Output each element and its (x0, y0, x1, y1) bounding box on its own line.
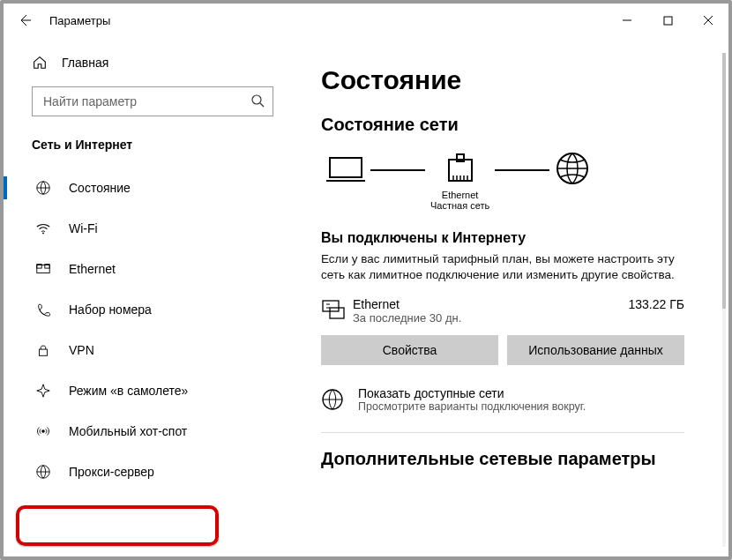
sidebar-item-ethernet[interactable]: Ethernet (4, 249, 302, 289)
sidebar-item-dialup[interactable]: Набор номера (4, 289, 302, 330)
vpn-icon (35, 342, 51, 358)
minimize-button[interactable] (607, 4, 647, 37)
status-description: Если у вас лимитный тарифный план, вы мо… (321, 251, 711, 283)
search-input[interactable] (32, 86, 273, 116)
data-usage-amount: 133.22 ГБ (629, 297, 684, 311)
sidebar-item-label: Ethernet (69, 262, 116, 276)
section-title: Состояние сети (321, 115, 711, 135)
home-label: Главная (62, 56, 108, 70)
sidebar-category: Сеть и Интернет (4, 129, 302, 168)
back-button[interactable] (12, 8, 37, 33)
sidebar-item-hotspot[interactable]: Мобильный хот-спот (4, 411, 302, 452)
sidebar-item-label: Прокси-сервер (69, 465, 154, 479)
sidebar-item-proxy[interactable]: Прокси-сервер (4, 452, 302, 492)
sidebar-item-label: Wi-Fi (69, 221, 98, 235)
svg-rect-0 (664, 17, 672, 25)
sidebar-item-label: VPN (69, 343, 94, 357)
svg-point-8 (41, 429, 45, 433)
divider (321, 432, 684, 433)
properties-button[interactable]: Свойства (321, 335, 498, 365)
sidebar-item-status[interactable]: Состояние (4, 168, 302, 208)
network-diagram: EthernetЧастная сеть (321, 151, 711, 214)
svg-rect-15 (330, 308, 344, 318)
sidebar-item-wifi[interactable]: Wi-Fi (4, 208, 302, 249)
svg-point-3 (42, 233, 44, 235)
link-description: Просмотрите варианты подключения вокруг. (358, 400, 586, 413)
wifi-icon (35, 220, 51, 236)
home-nav[interactable]: Главная (4, 46, 302, 79)
sidebar-item-label: Набор номера (69, 302, 152, 317)
usage-row: Ethernet За последние 30 дн. 133.22 ГБ (321, 297, 711, 325)
sidebar-item-label: Мобильный хот-спот (69, 424, 187, 438)
globe-icon (555, 151, 590, 186)
svg-rect-4 (37, 265, 49, 273)
sidebar-item-label: Состояние (69, 181, 131, 195)
show-networks-link[interactable]: Показать доступные сети Просмотрите вари… (321, 386, 711, 413)
globe-icon (35, 180, 51, 196)
close-button[interactable] (688, 4, 728, 37)
svg-rect-14 (323, 301, 339, 311)
home-icon (32, 55, 48, 71)
window-title: Параметры (49, 14, 110, 27)
network-adapter-icon (321, 297, 353, 322)
sidebar-item-airplane[interactable]: Режим «в самолете» (4, 370, 302, 411)
globe-icon (321, 388, 344, 411)
connection-period: За последние 30 дн. (353, 311, 629, 325)
svg-rect-7 (40, 349, 48, 355)
scrollbar[interactable] (722, 53, 726, 547)
search-icon (250, 93, 265, 108)
dialup-icon (35, 302, 51, 317)
sidebar-item-label: Режим «в самолете» (69, 384, 188, 398)
svg-rect-10 (330, 158, 362, 177)
sidebar-item-vpn[interactable]: VPN (4, 330, 302, 370)
ethernet-plug-icon (445, 151, 475, 186)
status-heading: Вы подключены к Интернету (321, 230, 711, 246)
ethernet-icon (35, 261, 51, 277)
section-title-additional: Дополнительные сетевые параметры (321, 449, 711, 469)
link-title: Показать доступные сети (358, 386, 586, 400)
highlight-annotation (16, 505, 219, 546)
page-title: Состояние (321, 65, 711, 95)
titlebar: Параметры (4, 4, 728, 37)
hotspot-icon (35, 423, 51, 439)
data-usage-button[interactable]: Использование данных (507, 335, 684, 365)
connection-name: Ethernet (353, 297, 629, 311)
sidebar: Главная Сеть и Интернет Состояние Wi-Fi (4, 37, 302, 556)
main-content: Состояние Состояние сети EthernetЧастная… (302, 37, 728, 556)
globe-icon (35, 464, 51, 480)
maximize-button[interactable] (647, 4, 688, 37)
airplane-icon (35, 383, 51, 399)
svg-point-1 (252, 95, 261, 104)
computer-icon (326, 151, 365, 186)
